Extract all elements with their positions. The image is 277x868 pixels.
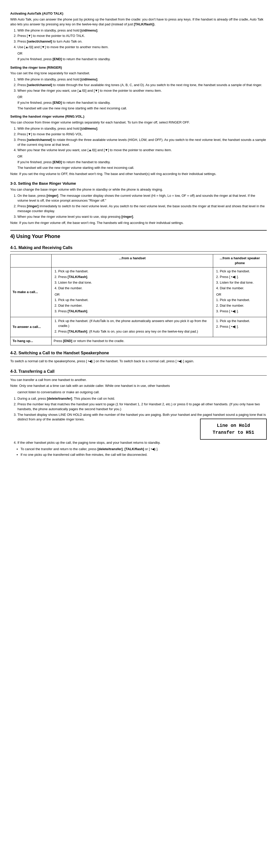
ringer-volume-step-4: When you hear the volume level you want,… xyxy=(18,148,267,153)
mcs-step-3: Listen for the dial tone. xyxy=(220,280,265,285)
mcs2-step-2: Dial the number. xyxy=(220,303,265,308)
ringer-volume-step-3: Press [select/channel] to rotate through… xyxy=(18,137,267,147)
ach-step-1: Pick up the handset. (If AutoTalk is on,… xyxy=(58,319,211,329)
transfer-step-4: If the other handset picks up the call, … xyxy=(18,440,267,445)
ringer-tone-step-2: Press [select/channel] to rotate through… xyxy=(18,83,267,88)
base-ringer-intro: You can change the base ringer volume wi… xyxy=(10,187,267,192)
section-4-1: 4-1. Making and Receiving Calls ...from … xyxy=(10,245,267,345)
autotalk-step-2: Press [▼] to move the pointer to AUTO TA… xyxy=(18,34,267,38)
transfer-step-1: During a call, press [delete/transfer]. … xyxy=(18,396,267,401)
ringer-tone-section: Setting the ringer tone (RINGER) You can… xyxy=(10,65,267,111)
section-4-title: 4) Using Your Phone xyxy=(10,232,267,240)
ringer-tone-step-1: With the phone in standby, press and hol… xyxy=(18,77,267,82)
make-call-handset: Pick up the handset. Press [TALK/flash].… xyxy=(52,268,213,317)
mch2-step-1: Pick up the handset. xyxy=(58,298,211,303)
transfer-step-2: Press the number key that matches the ha… xyxy=(18,402,267,412)
ringer-tone-title: Setting the ringer tone (RINGER) xyxy=(10,65,267,70)
ringer-volume-or: OR xyxy=(18,154,267,159)
section-4-1-title: 4-1. Making and Receiving Calls xyxy=(10,245,267,252)
col-handset-header: ...from a handset xyxy=(52,254,213,268)
section-4-3-note-label: Note: Only one handset at a time can tal… xyxy=(10,383,267,389)
autotalk-step-1: With the phone in standby, press and hol… xyxy=(18,28,267,33)
section-4-divider xyxy=(10,230,267,230)
make-call-row: To make a call... Pick up the handset. P… xyxy=(10,268,267,317)
ringer-tone-step-3: When you hear the ringer you want, use [… xyxy=(18,88,267,93)
autotalk-title: Activating AutoTalk (AUTO TALK) xyxy=(10,11,267,16)
col-action-header xyxy=(10,254,52,268)
mch-step-3: Listen for the dial tone. xyxy=(58,280,211,285)
ringer-tone-steps: With the phone in standby, press and hol… xyxy=(18,77,267,93)
section-4-2-title: 4-2. Switching a Call to the Handset Spe… xyxy=(10,350,267,357)
calls-table: ...from a handset ...from a handset spea… xyxy=(10,254,267,345)
make-call-speaker-steps-2: Pick up the handset. Dial the number. Pr… xyxy=(220,298,265,314)
mch-step-4: Dial the number. xyxy=(58,286,211,291)
ringer-volume-step-2: Press [▼] to move the pointer to RING VO… xyxy=(18,132,267,137)
transfer-bullets: To cancel the transfer and return to the… xyxy=(21,447,267,457)
answer-call-handset: Pick up the handset. (If AutoTalk is on,… xyxy=(52,317,213,337)
base-ringer-steps: On the base, press [ringer]. The message… xyxy=(18,193,267,219)
section-4-2: 4-2. Switching a Call to the Handset Spe… xyxy=(10,350,267,364)
section-4-3-note-content: cannot listen to conversations or make a… xyxy=(10,390,267,395)
section-4-3-title: 4-3. Transferring a Call xyxy=(10,368,267,375)
base-ringer-title: 3-3. Setting the Base Ringer Volume xyxy=(10,181,267,186)
autotalk-steps: With the phone in standby, press and hol… xyxy=(18,28,267,50)
transfer-bullet-1: To cancel the transfer and return to the… xyxy=(21,447,267,452)
base-ringer-step-1: On the base, press [ringer]. The message… xyxy=(18,193,267,203)
make-call-handset-or: OR xyxy=(55,292,211,297)
make-call-handset-steps: Pick up the handset. Press [TALK/flash].… xyxy=(58,269,211,290)
make-call-handset-steps-2: Pick up the handset. Dial the number. Pr… xyxy=(58,298,211,314)
ringer-tone-intro: You can set the ring tone separately for… xyxy=(10,71,267,76)
transfer-step-3: The handset display shows LINE ON HOLD a… xyxy=(18,412,267,440)
section-4: 4) Using Your Phone 4-1. Making and Rece… xyxy=(10,232,267,457)
mcs-step-4: Dial the number. xyxy=(220,286,265,291)
base-ringer-section: 3-3. Setting the Base Ringer Volume You … xyxy=(10,181,267,226)
base-ringer-step-2: Press [ringer] immediately to switch to … xyxy=(18,204,267,214)
make-call-speaker: Pick up the handset. Press [ •◀) ]. List… xyxy=(213,268,267,317)
autotalk-intro: With Auto Talk, you can answer the phone… xyxy=(10,17,267,27)
acs-step-1: Pick up the handset. xyxy=(220,319,265,323)
base-ringer-note: Note: If you turn the ringer volume off,… xyxy=(10,221,267,225)
autotalk-or: OR xyxy=(18,51,267,56)
answer-call-row: To answer a call... Pick up the handset.… xyxy=(10,317,267,337)
mch-step-2: Press [TALK/flash]. xyxy=(58,275,211,280)
acs-step-2: Press [ •◀) ]. xyxy=(220,324,265,329)
section-4-3-steps: During a call, press [delete/transfer]. … xyxy=(18,396,267,445)
transfer-bullet-2: If no one picks up the transferred call … xyxy=(21,453,267,457)
ringer-volume-step-1: With the phone in standby, press and hol… xyxy=(18,126,267,131)
ringer-volume-note: Note: If you set the ring volume to OFF,… xyxy=(10,172,267,177)
ach-step-2: Press [TALK/flash]. (If Auto Talk is on,… xyxy=(58,329,211,334)
ringer-volume-steps: With the phone in standby, press and hol… xyxy=(18,126,267,153)
make-call-action: To make a call... xyxy=(10,268,52,317)
section-4-2-text: To switch a normal call to the speakerph… xyxy=(10,359,267,364)
ringer-volume-section: Setting the handset ringer volume (RING.… xyxy=(10,114,267,176)
mch2-step-2: Dial the number. xyxy=(58,303,211,308)
autotalk-finish: If you're finished, press [END] to retur… xyxy=(18,57,267,62)
make-call-speaker-steps: Pick up the handset. Press [ •◀) ]. List… xyxy=(220,269,265,290)
section-4-3: 4-3. Transferring a Call You can transfe… xyxy=(10,368,267,457)
autotalk-step-3: Press [select/channel] to turn Auto Talk… xyxy=(18,39,267,44)
mcs-step-2: Press [ •◀) ]. xyxy=(220,275,265,280)
ringer-volume-title: Setting the handset ringer volume (RING.… xyxy=(10,114,267,119)
hangup-instruction: Press [END] or return the handset to the… xyxy=(52,337,267,345)
hangup-action: To hang up... xyxy=(10,337,52,345)
answer-call-speaker: Pick up the handset. Press [ •◀) ]. xyxy=(213,317,267,337)
mch2-step-3: Press [TALK/flash]. xyxy=(58,309,211,314)
hangup-row: To hang up... Press [END] or return the … xyxy=(10,337,267,345)
autotalk-section: Activating AutoTalk (AUTO TALK) With Aut… xyxy=(10,11,267,62)
mch-step-1: Pick up the handset. xyxy=(58,269,211,274)
ringer-volume-intro: You can choose from three ringer volume … xyxy=(10,120,267,125)
mcs2-step-1: Pick up the handset. xyxy=(220,298,265,303)
ringer-tone-finish: If you're finished, press [END] to retur… xyxy=(18,100,267,105)
ringer-tone-or: OR xyxy=(18,95,267,100)
make-call-speaker-or: OR xyxy=(216,292,265,297)
ringer-volume-finish: If you're finished, press [END] to retur… xyxy=(18,160,267,165)
display-box: Line on HoldTransfer to H51 xyxy=(200,418,267,440)
ringer-volume-new: The handset will use the new ringer volu… xyxy=(18,165,267,170)
col-speaker-header: ...from a handset speaker phone xyxy=(213,254,267,268)
answer-call-handset-steps: Pick up the handset. (If AutoTalk is on,… xyxy=(58,319,211,334)
section-4-3-intro: You can transfer a call from one handset… xyxy=(10,378,267,382)
answer-call-speaker-steps: Pick up the handset. Press [ •◀) ]. xyxy=(220,319,265,329)
mcs2-step-3: Press [ •◀) ]. xyxy=(220,309,265,314)
autotalk-step-4: Use [▲/⊟] and [▼] to move the pointer to… xyxy=(18,45,267,50)
ringer-tone-note: The handset will use the new ring tone s… xyxy=(18,106,267,111)
